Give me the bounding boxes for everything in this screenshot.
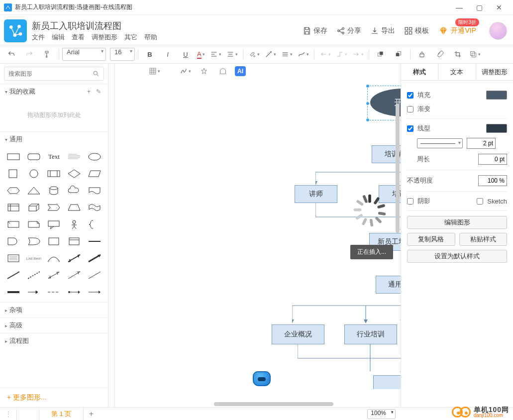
shape-line-a2[interactable]	[66, 285, 83, 299]
section-misc[interactable]: ▸杂项	[0, 302, 108, 317]
page-tab-1[interactable]: 第 1 页	[39, 408, 84, 420]
section-general[interactable]: ▾通用	[0, 131, 108, 147]
search-input[interactable]	[8, 70, 93, 77]
section-flowchart[interactable]: ▸流程图	[0, 333, 108, 348]
line-style-select[interactable]	[417, 138, 463, 148]
shape-actor[interactable]	[66, 217, 83, 231]
add-fav-icon[interactable]: +	[87, 88, 94, 95]
arrow-end-button[interactable]: ▾	[350, 47, 366, 61]
shape-and[interactable]	[5, 234, 22, 248]
shape-document[interactable]	[86, 184, 103, 198]
italic-button[interactable]: I	[159, 47, 176, 61]
fill-checkbox[interactable]	[407, 92, 413, 99]
align-v-button[interactable]: ▾	[224, 47, 240, 61]
shape-line-diag[interactable]	[5, 268, 22, 282]
zoom-select[interactable]: 100%	[367, 409, 396, 419]
shape-roundrect[interactable]	[25, 150, 43, 164]
set-default-button[interactable]: 设置为默认样式	[407, 250, 507, 263]
shape-search[interactable]	[4, 67, 104, 81]
to-front-button[interactable]	[372, 47, 389, 61]
shadow-checkbox[interactable]	[407, 198, 413, 205]
layers-button[interactable]: ▾	[467, 47, 483, 61]
user-avatar[interactable]	[489, 22, 507, 40]
shape-connector[interactable]	[86, 268, 103, 282]
line-checkbox[interactable]	[407, 125, 413, 132]
menu-misc[interactable]: 其它	[124, 33, 137, 42]
font-color-button[interactable]: A▾	[195, 47, 207, 61]
fill-swatch[interactable]	[486, 91, 507, 100]
node-trainer[interactable]: 讲师	[295, 185, 337, 203]
shape-window[interactable]	[66, 234, 83, 248]
shape-arrow-bi[interactable]	[66, 251, 83, 265]
shape-parallelogram[interactable]	[86, 167, 103, 181]
shape-curve[interactable]	[45, 251, 63, 265]
ai-button[interactable]: AI	[235, 66, 246, 76]
format-painter-button[interactable]	[39, 47, 56, 61]
save-button[interactable]: 保存	[303, 26, 327, 35]
canvas-area[interactable]: ▾ ▾ AI 开始	[108, 64, 401, 407]
arrow-start-button[interactable]: ▾	[317, 47, 333, 61]
window-close-button[interactable]: ✕	[489, 3, 509, 11]
attach-button[interactable]	[431, 47, 448, 61]
shape-listitem[interactable]: List Item	[25, 251, 43, 265]
section-advanced[interactable]: ▸高级	[0, 317, 108, 333]
font-size-select[interactable]: 16	[110, 48, 135, 61]
shape-heading[interactable]	[66, 150, 83, 164]
window-maximize-button[interactable]: ▢	[469, 3, 489, 11]
lock-button[interactable]	[413, 47, 430, 61]
crop-button[interactable]	[449, 47, 466, 61]
freehand-button[interactable]: ▾	[178, 64, 192, 78]
section-favorites[interactable]: ▾我的收藏 + ✎	[0, 84, 108, 99]
shape-cloud[interactable]	[66, 184, 83, 198]
underline-button[interactable]: U	[177, 47, 194, 61]
shape-brace[interactable]	[86, 217, 103, 231]
tab-adjust[interactable]: 调整图形	[476, 64, 513, 80]
sb-handle[interactable]: ⋮	[0, 408, 17, 420]
menu-help[interactable]: 帮助	[144, 33, 157, 42]
canvas-scrollbar-v[interactable]	[396, 104, 400, 233]
connector-type-button[interactable]: ▾	[334, 47, 349, 61]
font-select[interactable]: Arial	[62, 48, 106, 61]
connector-button[interactable]: ▾	[296, 47, 311, 61]
line-style-button[interactable]: ▾	[279, 47, 295, 61]
menu-view[interactable]: 查看	[72, 33, 85, 42]
shape-line-a1[interactable]	[25, 285, 43, 299]
edit-fav-icon[interactable]: ✎	[96, 88, 103, 95]
node-last[interactable]	[373, 375, 401, 389]
menu-file[interactable]: 文件	[32, 33, 45, 42]
shape-process[interactable]	[45, 167, 63, 181]
shape-square[interactable]	[5, 167, 22, 181]
shape-rect[interactable]	[5, 150, 22, 164]
shape-note[interactable]	[25, 217, 43, 231]
shape-diamond[interactable]	[66, 167, 83, 181]
more-shapes-button[interactable]: + 更多图形...	[0, 388, 108, 407]
node-common[interactable]: 通用培训	[376, 276, 401, 294]
shape-line-dashed[interactable]	[25, 268, 43, 282]
sketch-checkbox[interactable]	[477, 198, 483, 205]
shape-insert-button[interactable]	[216, 64, 230, 78]
shape-circle[interactable]	[25, 167, 43, 181]
redo-button[interactable]	[21, 47, 38, 61]
shape-arrow[interactable]	[66, 268, 83, 282]
copy-style-button[interactable]: 复制风格	[407, 233, 455, 246]
vip-button[interactable]: 开通VIP 限时3折	[438, 25, 476, 36]
shape-list[interactable]	[5, 251, 22, 265]
shape-cylinder[interactable]	[45, 184, 63, 198]
undo-button[interactable]	[3, 47, 20, 61]
shape-hexagon[interactable]	[5, 184, 22, 198]
template-button[interactable]: 模板	[404, 26, 429, 35]
shape-or[interactable]	[25, 234, 43, 248]
shape-arrow-bi2[interactable]	[45, 268, 63, 282]
window-minimize-button[interactable]: —	[449, 3, 469, 11]
shape-callout[interactable]	[45, 217, 63, 231]
shape-line-d1[interactable]	[45, 285, 63, 299]
gradient-checkbox[interactable]	[407, 106, 413, 112]
star-button[interactable]	[197, 64, 211, 78]
tab-style[interactable]: 样式	[401, 64, 438, 80]
share-button[interactable]: 分享	[336, 26, 361, 35]
shape-container[interactable]	[45, 234, 63, 248]
table-button[interactable]: ▾	[147, 64, 161, 78]
menu-adjust[interactable]: 调整图形	[92, 33, 117, 42]
line-swatch[interactable]	[486, 124, 507, 133]
shape-tape[interactable]	[86, 201, 103, 214]
